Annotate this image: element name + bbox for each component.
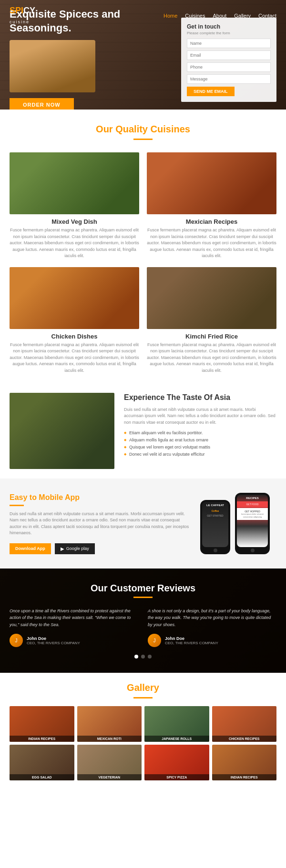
gallery-section: Gallery INDIAN RECIPES MEXICAN ROTI JAPA… bbox=[0, 673, 286, 790]
phone-home-button-large bbox=[251, 549, 255, 552]
contact-email-input[interactable] bbox=[187, 50, 271, 60]
review-dots bbox=[10, 655, 276, 658]
kimchi-desc: Fusce fermentum placerat magna ac pharet… bbox=[147, 342, 276, 374]
reviewer-info-1: John Doe CEO, THE RIVERS COMPANY bbox=[27, 636, 80, 645]
reviewer-role-1: CEO, THE RIVERS COMPANY bbox=[27, 641, 80, 645]
gallery-label-6: VEGETERIAN bbox=[77, 774, 142, 780]
mexican-image bbox=[147, 152, 276, 214]
dot-1[interactable] bbox=[134, 655, 138, 658]
mixed-veg-placeholder bbox=[10, 152, 139, 214]
asia-desc: Duis sed nulla sit amet nibh vulputate c… bbox=[124, 407, 276, 426]
review-text-2: A shoe is not only a design, but it's a … bbox=[148, 608, 276, 628]
gallery-header: Gallery bbox=[10, 682, 276, 698]
review-item-1: Once upon a time all the Rivers combined… bbox=[10, 608, 138, 647]
asia-title: Experience The Taste Of Asia bbox=[124, 393, 276, 403]
reviewer-avatar-2: J bbox=[148, 634, 161, 647]
reviewer-info-2: John Doe CEO, THE RIVERS COMPANY bbox=[165, 636, 218, 645]
phone-screen-small: LE CAFFEAT Coffee GET STARTED bbox=[202, 502, 228, 547]
nav-links: Home Cuisines About Gallery Contact bbox=[163, 13, 276, 19]
food-placeholder bbox=[10, 40, 95, 92]
kimchi-image bbox=[147, 267, 276, 329]
nav-cuisines[interactable]: Cuisines bbox=[185, 13, 205, 19]
contact-name-input[interactable] bbox=[187, 39, 271, 48]
mexican-desc: Fusce fermentum placerat magna ac pharet… bbox=[147, 227, 276, 259]
google-play-button[interactable]: ▶ Google play bbox=[55, 543, 95, 554]
phone-screen-large: RECIPES GET FOOD GET HOPPED lorem ipsum … bbox=[237, 495, 268, 547]
site-logo[interactable]: SPICY cuisine bbox=[10, 6, 35, 26]
dot-2[interactable] bbox=[141, 655, 145, 658]
gallery-item-3[interactable]: JAPANESE ROLLS bbox=[144, 706, 209, 742]
mexican-placeholder bbox=[147, 152, 276, 214]
gallery-item-8[interactable]: INDIAN RECIPES bbox=[212, 745, 277, 780]
nav-home[interactable]: Home bbox=[163, 13, 177, 19]
mixed-veg-title: Mixed Veg Dish bbox=[10, 218, 139, 225]
app-content: Easy to Mobile App Duis sed nulla sit am… bbox=[10, 493, 191, 554]
cuisines-title: Our Quality Cuisines bbox=[10, 124, 276, 135]
phone-home-button-small bbox=[214, 549, 217, 552]
nav-about[interactable]: About bbox=[213, 13, 226, 19]
app-section: Easy to Mobile App Duis sed nulla sit am… bbox=[0, 479, 286, 569]
cuisine-item-mexican: Mexician Recipes Fusce fermentum placera… bbox=[147, 152, 276, 259]
chicken-desc: Fusce fermentum placerat magna ac pharet… bbox=[10, 342, 139, 374]
cuisines-divider bbox=[133, 139, 153, 140]
asia-list: Etiam aliquam velit eu facilisis porttit… bbox=[124, 430, 276, 457]
phone-mockup: LE CAFFEAT Coffee GET STARTED RECIPES GE… bbox=[200, 493, 276, 554]
asia-list-item-4: Donec vel velit id arcu vulputate effici… bbox=[124, 452, 276, 457]
reviews-section: Our Customer Reviews Once upon a time al… bbox=[0, 569, 286, 673]
gallery-label-1: INDIAN RECIPES bbox=[10, 736, 74, 742]
cuisine-item-mixed-veg: Mixed Veg Dish Fusce fermentum placerat … bbox=[10, 152, 139, 259]
navbar: SPICY cuisine Home Cuisines About Galler… bbox=[0, 0, 286, 31]
cuisine-item-kimchi: Kimchi Fried Rice Fusce fermentum placer… bbox=[147, 267, 276, 374]
contact-message-input[interactable] bbox=[187, 74, 271, 84]
google-play-label: Google play bbox=[66, 546, 89, 551]
hero-food-image bbox=[10, 40, 95, 92]
kimchi-title: Kimchi Fried Rice bbox=[147, 333, 276, 340]
reviewer-name-1: John Doe bbox=[27, 636, 80, 641]
asia-image bbox=[10, 393, 114, 469]
reviewer-1: J John Doe CEO, THE RIVERS COMPANY bbox=[10, 634, 138, 647]
review-text-1: Once upon a time all the Rivers combined… bbox=[10, 608, 138, 628]
logo-cy: CY bbox=[23, 6, 35, 15]
phone-screen-2-display: RECIPES GET FOOD GET HOPPED lorem ipsum … bbox=[237, 495, 268, 547]
chicken-placeholder bbox=[10, 267, 139, 329]
gallery-item-5[interactable]: EGG SALAD bbox=[10, 745, 74, 780]
gallery-label-4: CHICKEN RECIPES bbox=[212, 736, 277, 742]
gallery-item-2[interactable]: MEXICAN ROTI bbox=[77, 706, 142, 742]
reviewer-2: J John Doe CEO, THE RIVERS COMPANY bbox=[148, 634, 276, 647]
gallery-grid: INDIAN RECIPES MEXICAN ROTI JAPANESE ROL… bbox=[10, 706, 276, 780]
asia-img-placeholder bbox=[10, 393, 114, 469]
nav-contact[interactable]: Contact bbox=[258, 13, 276, 19]
dot-3[interactable] bbox=[148, 655, 152, 658]
cuisines-section-header: Our Quality Cuisines bbox=[0, 110, 286, 152]
mixed-veg-desc: Fusce fermentum placerat magna ac pharet… bbox=[10, 227, 139, 259]
mixed-veg-image bbox=[10, 152, 139, 214]
reviewer-role-2: CEO, THE RIVERS COMPANY bbox=[165, 641, 218, 645]
order-now-button[interactable]: ORDER NOW bbox=[10, 98, 74, 110]
asia-section: Experience The Taste Of Asia Duis sed nu… bbox=[0, 383, 286, 479]
gallery-label-8: INDIAN RECIPES bbox=[212, 774, 277, 780]
app-title: Easy to Mobile App bbox=[10, 493, 191, 502]
gallery-item-7[interactable]: SPICY PIZZA bbox=[144, 745, 209, 780]
contact-phone-input[interactable] bbox=[187, 62, 271, 72]
phone-large: RECIPES GET FOOD GET HOPPED lorem ipsum … bbox=[235, 493, 270, 554]
download-app-button[interactable]: Download App bbox=[10, 543, 51, 554]
kimchi-placeholder bbox=[147, 267, 276, 329]
phone-screen-1-display: LE CAFFEAT Coffee GET STARTED bbox=[202, 502, 228, 547]
gallery-label-3: JAPANESE ROLLS bbox=[144, 736, 209, 742]
review-item-2: A shoe is not only a design, but it's a … bbox=[148, 608, 276, 647]
app-buttons: Download App ▶ Google play bbox=[10, 543, 191, 554]
nav-gallery[interactable]: Gallery bbox=[234, 13, 251, 19]
reviews-grid: Once upon a time all the Rivers combined… bbox=[10, 608, 276, 647]
reviews-divider bbox=[133, 597, 153, 598]
gallery-item-1[interactable]: INDIAN RECIPES bbox=[10, 706, 74, 742]
google-play-icon: ▶ bbox=[61, 546, 64, 551]
mexican-title: Mexician Recipes bbox=[147, 218, 276, 225]
app-divider bbox=[10, 505, 24, 506]
cuisine-item-chicken: Chicken Dishes Fusce fermentum placerat … bbox=[10, 267, 139, 374]
send-email-button[interactable]: SEND ME EMAIL bbox=[187, 87, 235, 96]
logo-highlight: SP bbox=[10, 6, 21, 15]
asia-content: Experience The Taste Of Asia Duis sed nu… bbox=[124, 393, 276, 459]
gallery-item-4[interactable]: CHICKEN RECIPES bbox=[212, 706, 277, 742]
gallery-item-6[interactable]: VEGETERIAN bbox=[77, 745, 142, 780]
logo-sub: cuisine bbox=[10, 20, 30, 24]
